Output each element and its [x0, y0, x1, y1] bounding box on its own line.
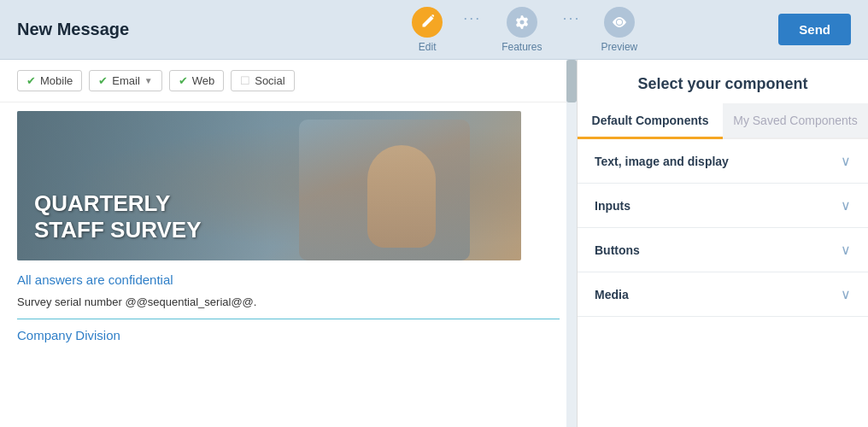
email-check-icon: ✔ — [98, 74, 108, 87]
chevron-buttons-icon: ∨ — [841, 242, 851, 258]
hero-line1: QUARTERLY — [34, 190, 170, 216]
accordion-media[interactable]: Media ∨ — [578, 272, 868, 317]
page-title: New Message — [17, 20, 271, 39]
nav-dots-2: ··· — [563, 9, 581, 27]
main-layout: ✔ Mobile ✔ Email ▼ ✔ Web ☐ Social — [0, 60, 868, 427]
content-divider — [17, 319, 560, 319]
nav-item-preview[interactable]: Preview — [589, 3, 650, 57]
accordion-text-image[interactable]: Text, image and display ∨ — [578, 139, 868, 184]
accordion-media-label: Media — [595, 288, 629, 301]
filter-email-label: Email — [112, 74, 140, 87]
preview-icon — [604, 7, 635, 38]
tab-default-label: Default Components — [592, 114, 709, 127]
component-panel-title: Select your component — [578, 60, 868, 103]
edit-icon — [412, 7, 443, 38]
filter-web[interactable]: ✔ Web — [169, 70, 225, 91]
nav-item-features[interactable]: Features — [490, 3, 554, 57]
hero-text: QUARTERLY STAFF SURVEY — [34, 190, 202, 243]
tab-saved-label: My Saved Components — [733, 114, 858, 127]
features-icon — [507, 7, 537, 38]
mobile-check-icon: ✔ — [26, 74, 36, 87]
filter-email[interactable]: ✔ Email ▼ — [89, 70, 161, 91]
accordion-inputs[interactable]: Inputs ∨ — [578, 184, 868, 228]
content-area: All answers are confidential Survey seri… — [0, 272, 577, 360]
nav-label-preview: Preview — [601, 41, 638, 53]
nav-item-edit[interactable]: Edit — [400, 3, 455, 57]
filter-social[interactable]: ☐ Social — [231, 70, 294, 91]
scroll-thumb[interactable] — [566, 60, 577, 102]
accordion-text-image-label: Text, image and display — [595, 155, 729, 168]
tab-saved-components[interactable]: My Saved Components — [723, 103, 868, 137]
svg-point-0 — [617, 20, 622, 25]
accordion-inputs-label: Inputs — [595, 199, 630, 213]
component-tabs: Default Components My Saved Components — [578, 103, 868, 139]
filter-mobile-label: Mobile — [40, 74, 73, 87]
accordion-list: Text, image and display ∨ Inputs ∨ Butto… — [578, 139, 868, 427]
nav-dots-1: ··· — [463, 9, 481, 27]
right-panel: Select your component Default Components… — [578, 60, 868, 427]
confidential-text[interactable]: All answers are confidential — [17, 272, 560, 287]
company-division-text: Company Division — [17, 328, 560, 342]
scroll-track[interactable] — [566, 60, 577, 427]
chevron-text-image-icon: ∨ — [841, 153, 851, 169]
filter-bar: ✔ Mobile ✔ Email ▼ ✔ Web ☐ Social — [0, 60, 577, 102]
header: New Message Edit ··· Features ··· — [0, 0, 868, 60]
left-panel: ✔ Mobile ✔ Email ▼ ✔ Web ☐ Social — [0, 60, 578, 427]
email-arrow-icon: ▼ — [144, 76, 153, 85]
tab-default-components[interactable]: Default Components — [578, 103, 723, 137]
nav-label-edit: Edit — [419, 41, 437, 53]
filter-web-label: Web — [192, 74, 215, 87]
send-button[interactable]: Send — [778, 14, 851, 45]
hero-image: QUARTERLY STAFF SURVEY — [17, 111, 521, 260]
filter-mobile[interactable]: ✔ Mobile — [17, 70, 82, 91]
chevron-media-icon: ∨ — [841, 286, 851, 302]
header-nav: Edit ··· Features ··· Preview — [271, 3, 778, 57]
survey-serial-text: Survey serial number @@sequential_serial… — [17, 295, 560, 308]
web-check-icon: ✔ — [179, 74, 188, 87]
social-check-icon: ☐ — [240, 74, 250, 87]
accordion-buttons-label: Buttons — [595, 243, 640, 257]
chevron-inputs-icon: ∨ — [841, 197, 851, 214]
accordion-buttons[interactable]: Buttons ∨ — [578, 228, 868, 272]
hero-line2: STAFF SURVEY — [34, 217, 202, 243]
nav-label-features: Features — [501, 41, 542, 53]
filter-social-label: Social — [255, 74, 284, 87]
